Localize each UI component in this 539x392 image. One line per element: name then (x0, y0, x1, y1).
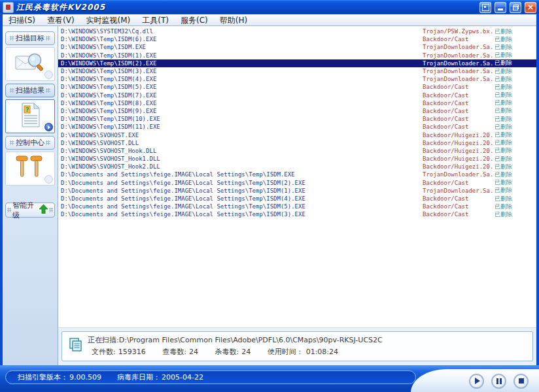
table-row[interactable]: D:\Documents and Settings\feige.IMAGE\Lo… (58, 203, 536, 210)
table-row[interactable]: D:\Documents and Settings\feige.IMAGE\Lo… (58, 195, 536, 203)
file-path-cell: D:\Documents and Settings\feige.IMAGE\Lo… (61, 211, 423, 218)
table-row[interactable]: D:\Documents and Settings\feige.IMAGE\Lo… (58, 179, 536, 187)
table-row[interactable]: D:\WINDOWS\SVOHOST_Hook2.DLL Backdoor/Hu… (58, 163, 536, 171)
stop-button[interactable] (513, 374, 529, 389)
table-row[interactable]: D:\WINDOWS\Temp\ISDM(7).EXE Backdoor/Cas… (58, 91, 536, 99)
table-row[interactable]: D:\WINDOWS\SVOHOST.DLL Backdoor/Huigezi.… (58, 139, 536, 147)
status-cell: 已删除 (495, 51, 536, 59)
file-path-cell: D:\WINDOWS\SVOHOST_Hook2.DLL (61, 163, 423, 170)
float-window-icon (482, 4, 489, 11)
scan-target-corner-icon (44, 71, 53, 79)
virus-db-text: 病毒库日期：2005-04-22 (116, 372, 203, 382)
scanned-count: 查毒数:24 (160, 348, 198, 356)
scan-result-icon-panel[interactable]: ? (5, 99, 55, 133)
status-cell: 已删除 (495, 139, 536, 147)
table-row[interactable]: D:\Documents and Settings\feige.IMAGE\Lo… (58, 171, 536, 178)
status-cell: 已删除 (495, 210, 536, 219)
mail-search-icon (14, 50, 46, 78)
table-row[interactable]: D:\WINDOWS\Temp\ISDM(1).EXE TrojanDownlo… (58, 52, 536, 59)
app-window: 江民杀毒软件KV2005 × 扫描(S)查看(V)实时监视(M)工具(T)服务(… (0, 0, 539, 392)
virus-name-cell: TrojanDownloader.Sa... (423, 52, 495, 59)
table-row[interactable]: D:\WINDOWS\SVOHOST_Hook1.DLL Backdoor/Hu… (58, 155, 536, 163)
virus-name-cell: Backdoor/Huigezi.20... (423, 140, 495, 146)
status-cell: 已删除 (495, 131, 536, 139)
bottom-bar: 扫描引擎版本：9.00.509 病毒库日期：2005-04-22 (0, 365, 539, 392)
menu-item[interactable]: 查看(V) (41, 15, 80, 25)
file-path-cell: D:\WINDOWS\Temp\ISDM(4).EXE (61, 76, 423, 82)
play-button[interactable] (469, 374, 484, 389)
sidebar-item-control-center[interactable]: 控制中心 (5, 136, 55, 150)
virus-name-cell: Backdoor/Cast (423, 92, 495, 99)
file-path-cell: D:\WINDOWS\SVOHOST.EXE (61, 132, 423, 139)
status-cell: 已删除 (495, 195, 536, 203)
status-cell: 已删除 (495, 163, 536, 171)
file-path-cell: D:\Documents and Settings\feige.IMAGE\Lo… (61, 203, 423, 210)
stop-icon (519, 378, 524, 384)
table-row[interactable]: D:\Documents and Settings\feige.IMAGE\Lo… (58, 187, 536, 195)
scan-result-corner-arrow-icon (44, 123, 53, 131)
table-row[interactable]: D:\WINDOWS\Temp\ISDM(2).EXE TrojanDownlo… (58, 59, 536, 67)
status-cell: 已删除 (495, 59, 536, 67)
restore-button[interactable] (510, 2, 521, 13)
svg-text:?: ? (26, 106, 29, 113)
table-row[interactable]: D:\WINDOWS\Temp\ISDM(11).EXE Backdoor/Ca… (58, 123, 536, 131)
file-path-cell: D:\WINDOWS\Temp\ISDM(2).EXE (61, 60, 423, 67)
table-row[interactable]: D:\WINDOWS\Temp\ISDM(9).EXE Backdoor/Cas… (58, 107, 536, 115)
status-cell: 已删除 (495, 186, 536, 195)
virus-name-cell: Backdoor/Huigezi.20... (423, 148, 495, 154)
file-path-cell: D:\WINDOWS\Temp\ISDM(1).EXE (61, 52, 423, 59)
minimize-icon (498, 8, 503, 10)
file-path-cell: D:\WINDOWS\Temp\ISDM(11).EXE (61, 123, 423, 130)
status-cell: 已删除 (495, 99, 536, 107)
close-button[interactable]: × (525, 2, 536, 13)
status-pill: 扫描引擎版本：9.00.509 病毒库日期：2005-04-22 (5, 370, 416, 384)
file-path-cell: D:\WINDOWS\SVOHOST.DLL (61, 140, 423, 146)
green-up-arrow-icon (37, 204, 48, 216)
table-row[interactable]: D:\WINDOWS\Temp\ISDM(10).EXE Backdoor/Ca… (58, 115, 536, 123)
file-path-cell: D:\Documents and Settings\feige.IMAGE\Lo… (61, 171, 423, 178)
table-row[interactable]: D:\WINDOWS\Temp\ISDM(6).EXE Backdoor/Cas… (58, 35, 536, 43)
pause-button[interactable] (491, 374, 506, 389)
status-cell: 已删除 (495, 67, 536, 76)
sidebar-item-label: 智能升级 (12, 201, 37, 220)
scan-status-strip: 正在扫描:D:\Program Files\Common Files\Adobe… (58, 327, 536, 365)
minimize-button[interactable] (495, 2, 506, 13)
restore-icon (513, 5, 519, 10)
table-row[interactable]: D:\WINDOWS\SVOHOST_Hook.DLL Backdoor/Hui… (58, 147, 536, 155)
table-row[interactable]: D:\WINDOWS\Temp\ISDM(8).EXE Backdoor/Cas… (58, 99, 536, 107)
virus-name-cell: Backdoor/Cast (423, 84, 495, 90)
menu-item[interactable]: 实时监视(M) (80, 15, 137, 25)
file-path-cell: D:\WINDOWS\Temp\ISDM(5).EXE (61, 84, 423, 90)
table-row[interactable]: D:\Documents and Settings\feige.IMAGE\Lo… (58, 210, 536, 218)
table-row[interactable]: D:\WINDOWS\Temp\ISDM(5).EXE Backdoor/Cas… (58, 83, 536, 91)
title-bar: 江民杀毒软件KV2005 × (0, 0, 539, 14)
sidebar-item-scan-result[interactable]: 扫描结果 (5, 84, 55, 97)
table-row[interactable]: D:\WINDOWS\Temp\ISDM(3).EXE TrojanDownlo… (58, 67, 536, 75)
file-path-cell: D:\Documents and Settings\feige.IMAGE\Lo… (61, 195, 423, 202)
scan-target-icon-panel[interactable] (5, 47, 55, 81)
sidebar-item-label: 扫描目标 (16, 33, 44, 43)
float-window-button[interactable] (479, 2, 491, 13)
table-row[interactable]: D:\WINDOWS\SVOHOST.EXE Backdoor/Huigezi.… (58, 131, 536, 139)
menu-item[interactable]: 帮助(H) (214, 15, 253, 25)
control-center-icon-panel[interactable] (5, 152, 55, 186)
virus-name-cell: Backdoor/Cast (423, 195, 495, 202)
menu-item[interactable]: 工具(T) (136, 15, 175, 25)
virus-name-cell: Backdoor/Cast (423, 116, 495, 122)
sidebar-item-scan-target[interactable]: 扫描目标 (5, 31, 55, 45)
sidebar-item-smart-upgrade[interactable]: 智能升级 (5, 203, 55, 218)
engine-version-text: 扫描引擎版本：9.00.509 (16, 372, 101, 382)
status-cell: 已删除 (495, 171, 536, 179)
sidebar-item-label: 扫描结果 (16, 86, 44, 95)
virus-name-cell: Backdoor/Cast (423, 36, 495, 42)
content-area: 扫描目标 扫描结果 (3, 26, 536, 365)
report-document-icon: ? (18, 102, 42, 131)
table-row[interactable]: D:\WINDOWS\Temp\ISDM.EXE TrojanDownloade… (58, 43, 536, 51)
documents-stack-icon (69, 338, 83, 355)
table-row[interactable]: D:\WINDOWS\SYSTEM32\Cq.dll Trojan/PSW.Zy… (58, 27, 536, 35)
table-row[interactable]: D:\WINDOWS\Temp\ISDM(4).EXE TrojanDownlo… (58, 75, 536, 83)
menu-item[interactable]: 扫描(S) (3, 15, 41, 25)
virus-name-cell: Backdoor/Cast (423, 100, 495, 106)
status-cell: 已删除 (495, 35, 536, 44)
menu-item[interactable]: 服务(C) (175, 15, 214, 25)
